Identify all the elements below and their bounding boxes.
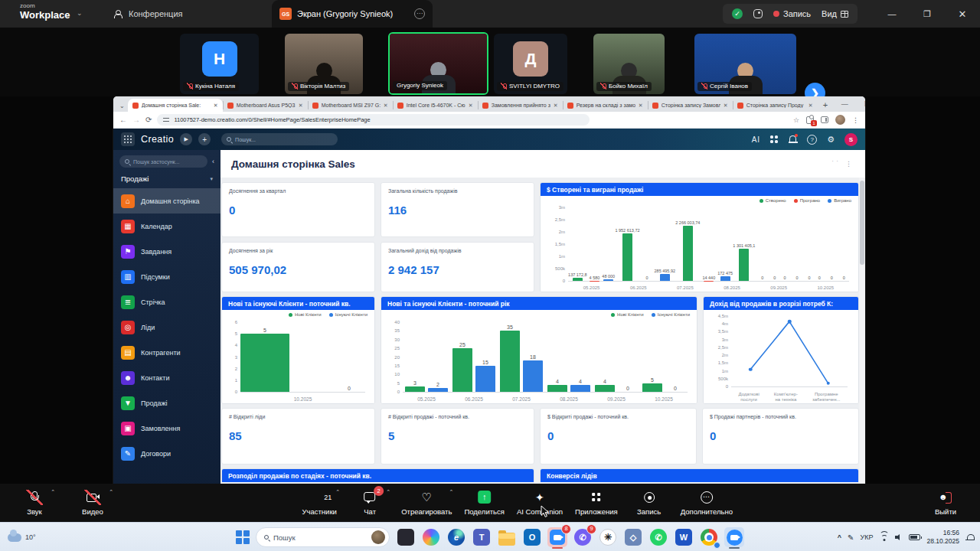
dashboard-options-icon[interactable]: ˙˙ ⋮ (832, 160, 855, 168)
browser-tab[interactable]: Motherboard MSI Z97 G:✕ (308, 99, 393, 112)
participant-tile[interactable]: Grygoriy Synieok (388, 32, 488, 95)
taskbar-app-chatgpt[interactable]: ✳ (598, 527, 618, 547)
browser-tab[interactable]: Домашня сторінка Sale:✕ (128, 99, 223, 112)
kpi-card[interactable]: Загальна кількість продажів116 (381, 182, 534, 237)
tab-search-icon[interactable]: ⌄ (116, 103, 128, 112)
workspace-selector[interactable]: Продажі ▾ (113, 168, 220, 188)
sidebar-item-lead[interactable]: ◎Ліди (113, 315, 220, 340)
chevron-up-icon[interactable]: ⌃ (109, 489, 113, 495)
pen-icon[interactable]: ✎ (848, 533, 854, 542)
taskbar-search-input[interactable]: Пошук (256, 527, 390, 547)
help-icon[interactable]: ? (807, 135, 817, 145)
focus-mode-icon[interactable] (753, 9, 763, 18)
browser-tab[interactable]: Сторінка запису Замовл✕ (648, 99, 733, 112)
user-avatar[interactable]: S (844, 133, 858, 146)
tab-close-icon[interactable]: ✕ (808, 103, 813, 109)
chart-card-revenue-by-need[interactable]: Дохід від продажів в розрізі потреб К: 4… (703, 296, 859, 404)
toolbar-button-запись[interactable]: Запись (626, 484, 673, 522)
browser-restore-button[interactable]: ❐ (856, 96, 865, 112)
tab-close-icon[interactable]: ✕ (469, 103, 473, 109)
back-icon[interactable]: ← (119, 116, 127, 124)
kpi-card[interactable]: Досягнення за квартал0 (221, 182, 375, 237)
participant-tile[interactable]: НКукіна Наталя (180, 34, 259, 94)
sidebar-item-home[interactable]: ⌂Домашня сторінка (113, 188, 220, 214)
toolbar-button-ai-companion[interactable]: ✦AI Companion (512, 484, 567, 522)
kpi-card[interactable]: $ Продажі партнерів - поточний кв.0 (702, 408, 859, 465)
scrollbar-thumb[interactable] (860, 181, 864, 265)
site-settings-icon[interactable] (163, 117, 169, 122)
sidebar-item-chart[interactable]: ▥Підсумки (113, 264, 220, 289)
panel-sales-stages[interactable]: Розподіл продажів по стадіях - поточний … (221, 468, 534, 482)
run-process-button[interactable]: ▶ (180, 133, 192, 145)
forward-icon[interactable]: → (132, 116, 140, 124)
participant-tile[interactable]: Бойко Михаїл (593, 34, 665, 94)
toolbar-button-участники[interactable]: 21Участники⌃ (296, 484, 343, 522)
app-search-input[interactable]: Пошук застосунк... (119, 155, 207, 168)
tab-close-icon[interactable]: ✕ (639, 103, 643, 109)
taskbar-app-chrome[interactable] (699, 527, 719, 547)
tab-conference[interactable]: Конференция (113, 0, 182, 28)
kpi-card[interactable]: # Відкриті продажі - поточний кв.5 (381, 408, 534, 465)
chart-card-created-won[interactable]: $ Створені та виграні продажі СтвореноПр… (540, 182, 859, 292)
panel-lead-conversion[interactable]: Конверсія лідів (540, 468, 859, 482)
tray-overflow-icon[interactable]: ^ (838, 533, 841, 541)
close-button[interactable]: ✕ (945, 0, 980, 28)
browser-minimize-button[interactable]: — (833, 96, 856, 112)
toolbar-button-дополнительно[interactable]: ⋯Дополнительно (676, 484, 737, 522)
browser-tab[interactable]: Intel Core i5-4670K - Сю✕ (393, 99, 478, 112)
maximize-button[interactable]: ❐ (910, 0, 945, 28)
sidebar-item-org[interactable]: ▤Контрагенти (113, 340, 220, 365)
browser-tab[interactable]: Motherboard Asus P5Q3✕ (223, 99, 308, 112)
kpi-card[interactable]: Досягнення за рік505 970,02 (221, 242, 375, 292)
browser-tab[interactable]: Сторінка запису Проду✕ (733, 99, 818, 112)
chevron-up-icon[interactable]: ⌃ (335, 489, 340, 495)
chevron-up-icon[interactable]: ⌃ (386, 489, 390, 495)
app-launcher-icon[interactable] (121, 132, 135, 146)
bookmark-star-icon[interactable]: ☆ (793, 116, 799, 124)
workspaces-icon[interactable] (770, 135, 779, 144)
add-new-button[interactable]: + (198, 133, 211, 145)
start-button[interactable] (236, 530, 250, 544)
weather-widget[interactable]: 10° (8, 523, 36, 551)
tab-close-icon[interactable]: ✕ (724, 103, 728, 109)
taskbar-app-outlook[interactable]: O (522, 527, 542, 547)
taskbar-app-teams[interactable]: T (472, 527, 492, 547)
recording-indicator[interactable]: Запись (773, 9, 811, 18)
tab-options-icon[interactable]: ⋯ (414, 8, 425, 19)
toolbar-button-отреагировать[interactable]: ♡Отреагировать⌃ (397, 484, 456, 522)
browser-menu-icon[interactable]: ⋮ (852, 116, 859, 124)
sidebar-collapse-icon[interactable]: ‹ (212, 158, 214, 165)
toolbar-button-чат[interactable]: 2Чат⌃ (346, 484, 394, 522)
participant-tile[interactable]: Сергій Іванов (694, 34, 796, 94)
chevron-up-icon[interactable]: ⌃ (51, 489, 55, 495)
view-button[interactable]: Вид (822, 9, 848, 18)
ai-button[interactable]: AI (752, 135, 760, 144)
kpi-card[interactable]: $ Відкриті продажі - поточний кв.0 (540, 408, 697, 465)
tab-close-icon[interactable]: ✕ (299, 103, 303, 109)
sidebar-item-cart[interactable]: ▣Замовлення (113, 416, 220, 441)
kpi-card[interactable]: # Відкриті ліди85 (221, 408, 375, 465)
kpi-card[interactable]: Загальний дохід від продажів2 942 157 (381, 242, 534, 292)
taskbar-app-viber[interactable]: ✆9 (573, 527, 593, 547)
volume-icon[interactable] (895, 534, 903, 541)
taskbar-app-whatsapp[interactable]: ✆ (648, 527, 668, 547)
browser-profile-avatar[interactable] (835, 115, 845, 125)
global-search-input[interactable]: Пошук... (221, 133, 338, 145)
sidebar-item-flag[interactable]: ⚑Завдання (113, 239, 220, 264)
tab-screen-share[interactable]: GS Экран (Grygoriy Synieok) ⋯ (272, 0, 433, 28)
notifications-bell-icon[interactable] (789, 135, 797, 144)
taskbar-app-word[interactable]: W (674, 527, 694, 547)
taskbar-app-photos[interactable]: ◇ (623, 527, 643, 547)
sidebar-item-doc[interactable]: ✎Договори (113, 441, 220, 466)
notification-bell-icon[interactable] (965, 533, 974, 542)
address-bar[interactable]: 11007527-demo.creatio.com/0/Shell/#HomeP… (157, 114, 590, 126)
language-indicator[interactable]: УКР (860, 533, 873, 541)
participant-tile[interactable]: ДSVITLYI DMYTRO (494, 34, 567, 94)
tab-close-icon[interactable]: ✕ (214, 103, 218, 109)
tab-close-icon[interactable]: ✕ (554, 103, 558, 109)
browser-tab[interactable]: Резерв на складі з замо✕ (563, 99, 648, 112)
sidebar-item-funnel[interactable]: ▼Продажі (113, 390, 220, 416)
chart-card-clients-quarter[interactable]: Нові та існуючі Клієнти - поточний кв. Н… (221, 296, 375, 404)
chevron-up-icon[interactable]: ⌃ (449, 489, 454, 495)
taskbar-app-darkapp[interactable] (396, 527, 416, 547)
